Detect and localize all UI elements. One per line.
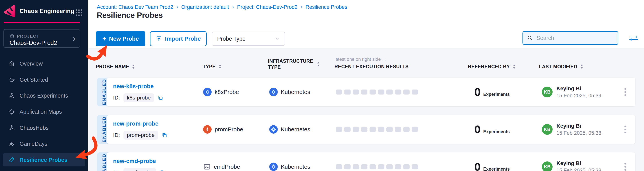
last-modified-cell: KB Keying Bi 15 Feb 2025, 05:38 bbox=[542, 115, 601, 144]
referenced-by-cell: 0 Experiments bbox=[474, 152, 510, 171]
probe-id-value: prom-probe bbox=[124, 131, 158, 140]
table-row: ENABLED new-cmd-probe ID: cmd-probe bbox=[97, 152, 635, 171]
sort-icon[interactable] bbox=[132, 64, 135, 69]
probe-id-line: ID: prom-probe bbox=[113, 131, 167, 140]
page-title: Resilience Probes bbox=[97, 11, 163, 20]
breadcrumb-account-link[interactable]: Account: Chaos Dev Team Prod2 bbox=[97, 4, 173, 10]
breadcrumb-current-page[interactable]: Resilience Probes bbox=[306, 4, 347, 10]
probe-name-link[interactable]: new-prom-probe bbox=[113, 120, 158, 127]
execution-result-placeholder bbox=[395, 164, 401, 169]
project-selector[interactable]: PROJECT Chaos-Dev-Prod2 › bbox=[4, 29, 80, 48]
kubernetes-icon bbox=[269, 125, 278, 134]
probe-type-cell: cmdProbe bbox=[203, 152, 240, 171]
brand: Chaos Engineering bbox=[4, 5, 74, 17]
probe-type-cell: k8sProbe bbox=[203, 78, 239, 106]
home-icon bbox=[8, 60, 15, 67]
kubernetes-icon bbox=[203, 88, 212, 96]
probe-id-value: k8s-probe bbox=[124, 93, 154, 102]
modified-date: 15 Feb 2025, 05:38 bbox=[556, 168, 601, 171]
infrastructure-cell: Kubernetes bbox=[269, 78, 310, 106]
module-grid-icon[interactable] bbox=[75, 9, 83, 16]
search-icon bbox=[527, 35, 533, 41]
execution-result-placeholder bbox=[344, 164, 350, 169]
kubernetes-icon bbox=[269, 88, 278, 96]
execution-result-placeholder bbox=[386, 90, 393, 94]
sidebar-item-chaoshubs[interactable]: ChaosHubs bbox=[3, 121, 85, 134]
main-content: Account: Chaos Dev Team Prod2 › Organiza… bbox=[88, 0, 644, 171]
plus-icon: + bbox=[102, 35, 106, 42]
recent-execution-results bbox=[336, 152, 418, 171]
sidebar-item-label: Get Started bbox=[20, 77, 48, 83]
execution-result-placeholder bbox=[353, 164, 359, 169]
execution-result-placeholder bbox=[336, 90, 342, 94]
chevron-down-icon bbox=[275, 36, 280, 41]
breadcrumb-separator: › bbox=[232, 4, 234, 10]
sort-icon[interactable] bbox=[580, 64, 584, 69]
probe-type-dropdown[interactable]: Probe Type bbox=[212, 32, 285, 46]
row-menu-kebab-icon[interactable] bbox=[622, 152, 629, 171]
search-box bbox=[522, 31, 618, 45]
sidebar-item-label: ChaosHubs bbox=[20, 125, 49, 131]
sort-icon[interactable] bbox=[512, 64, 516, 69]
breadcrumb-separator: › bbox=[300, 4, 302, 10]
row-menu-kebab-icon[interactable] bbox=[622, 78, 629, 106]
chaos-engineering-logo-icon bbox=[4, 5, 15, 17]
copy-icon[interactable] bbox=[158, 95, 163, 101]
probe-id-line: ID: k8s-probe bbox=[113, 93, 163, 102]
breadcrumb-separator: › bbox=[176, 4, 178, 10]
flask-icon bbox=[8, 92, 15, 99]
recent-results-note: latest one on right side → bbox=[334, 56, 386, 62]
sidebar-item-label: Application Maps bbox=[20, 109, 62, 115]
probe-type-cell: promProbe bbox=[203, 115, 243, 144]
users-icon bbox=[8, 140, 15, 147]
referenced-unit: Experiments bbox=[483, 129, 510, 134]
execution-result-placeholder bbox=[378, 90, 384, 94]
execution-result-placeholder bbox=[403, 164, 410, 169]
last-modified-cell: KB Keying Bi 15 Feb 2025, 05:38 bbox=[542, 152, 601, 171]
probe-name-link[interactable]: new-k8s-probe bbox=[113, 83, 154, 90]
project-label: PROJECT bbox=[17, 34, 40, 39]
referenced-by-cell: 0 Experiments bbox=[474, 115, 510, 144]
sidebar-item-get-started[interactable]: Get Started bbox=[3, 73, 85, 86]
execution-result-placeholder bbox=[412, 90, 418, 94]
modified-by: Keying Bi bbox=[556, 86, 601, 92]
breadcrumb: Account: Chaos Dev Team Prod2 › Organiza… bbox=[97, 4, 347, 10]
recent-execution-results bbox=[336, 78, 418, 106]
last-modified-cell: KB Keying Bi 15 Feb 2025, 05:39 bbox=[542, 78, 601, 106]
sidebar-item-application-maps[interactable]: Application Maps bbox=[3, 105, 85, 118]
execution-result-placeholder bbox=[361, 127, 368, 132]
row-menu-kebab-icon[interactable] bbox=[622, 115, 629, 144]
sort-icon[interactable] bbox=[218, 64, 222, 69]
new-probe-button[interactable]: + New Probe bbox=[96, 31, 145, 46]
import-probe-button[interactable]: Import Probe bbox=[150, 31, 206, 46]
sidebar-item-overview[interactable]: Overview bbox=[3, 57, 85, 70]
column-header-probe-name: PROBE NAME bbox=[96, 64, 135, 70]
execution-result-placeholder bbox=[403, 90, 410, 94]
referenced-count: 0 bbox=[474, 86, 480, 98]
referenced-count: 0 bbox=[474, 161, 480, 171]
copy-icon[interactable] bbox=[160, 170, 165, 171]
kubernetes-icon bbox=[269, 162, 278, 171]
filter-icon[interactable] bbox=[629, 34, 639, 43]
execution-result-placeholder bbox=[395, 127, 401, 132]
breadcrumb-organization-link[interactable]: Organization: default bbox=[181, 4, 229, 10]
copy-icon[interactable] bbox=[162, 132, 167, 138]
search-input[interactable] bbox=[536, 35, 614, 42]
sidebar-item-chaos-experiments[interactable]: Chaos Experiments bbox=[3, 89, 85, 102]
sidebar-item-gamedays[interactable]: GameDays bbox=[3, 137, 85, 150]
sort-icon[interactable] bbox=[317, 62, 320, 67]
infrastructure-cell: Kubernetes bbox=[269, 115, 310, 144]
target-icon bbox=[8, 108, 15, 115]
probe-id-value: cmd-probe bbox=[124, 168, 156, 171]
referenced-unit: Experiments bbox=[483, 92, 510, 97]
infrastructure-cell: Kubernetes bbox=[269, 152, 310, 171]
modified-by: Keying Bi bbox=[556, 160, 601, 166]
breadcrumb-project-link[interactable]: Project: Chaos-Dev-Prod2 bbox=[237, 4, 298, 10]
execution-result-placeholder bbox=[412, 164, 418, 169]
sidebar-item-resilience-probes[interactable]: Resilience Probes bbox=[3, 153, 85, 166]
probe-type-selected-value: Probe Type bbox=[217, 36, 246, 42]
hub-icon bbox=[8, 124, 15, 131]
execution-result-placeholder bbox=[336, 164, 342, 169]
execution-result-placeholder bbox=[378, 127, 384, 132]
probe-name-link[interactable]: new-cmd-probe bbox=[113, 158, 156, 164]
